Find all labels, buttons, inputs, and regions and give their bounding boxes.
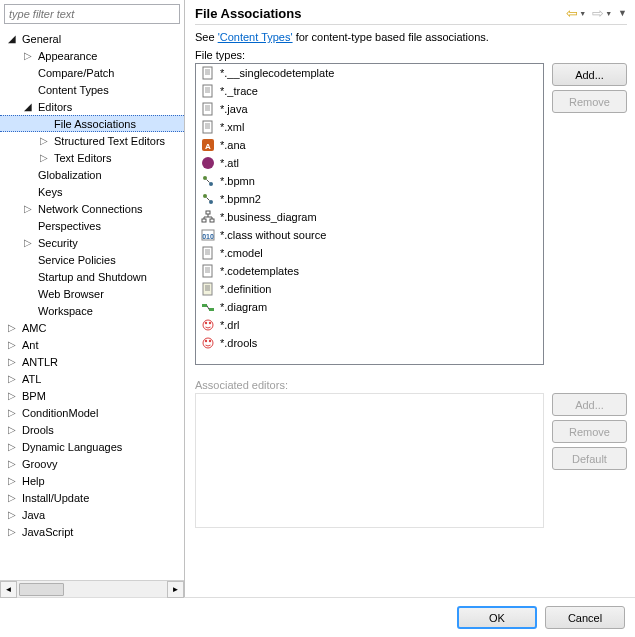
collapse-icon[interactable]: ▷ xyxy=(4,475,20,486)
svg-rect-0 xyxy=(203,67,212,79)
collapse-icon[interactable]: ▷ xyxy=(36,152,52,163)
tree-item[interactable]: ▷Install/Update xyxy=(0,489,184,506)
file-type-item[interactable]: *.java xyxy=(196,100,543,118)
tree-item[interactable]: ▷Help xyxy=(0,472,184,489)
file-type-item[interactable]: *._trace xyxy=(196,82,543,100)
add-editor-button[interactable]: Add... xyxy=(552,393,627,416)
menu-dropdown-icon[interactable]: ▼ xyxy=(618,8,627,18)
back-button[interactable]: ⇦ ▼ xyxy=(565,4,587,22)
remove-filetype-button[interactable]: Remove xyxy=(552,90,627,113)
svg-point-19 xyxy=(203,176,207,180)
tree-item[interactable]: ◢Editors xyxy=(0,98,184,115)
file-type-item[interactable]: *.bpmn xyxy=(196,172,543,190)
bpmn-file-icon xyxy=(200,173,216,189)
remove-editor-button[interactable]: Remove xyxy=(552,420,627,443)
content-types-link[interactable]: 'Content Types' xyxy=(218,31,293,43)
default-editor-button[interactable]: Default xyxy=(552,447,627,470)
tree-item[interactable]: ▷BPM xyxy=(0,387,184,404)
svg-rect-4 xyxy=(203,85,212,97)
collapse-icon[interactable]: ▷ xyxy=(4,492,20,503)
collapse-icon[interactable]: ▷ xyxy=(4,441,20,452)
file-type-item[interactable]: 010*.class without source xyxy=(196,226,543,244)
collapse-icon[interactable]: ▷ xyxy=(20,50,36,61)
forward-button[interactable]: ⇨ ▼ xyxy=(591,4,613,22)
expand-icon[interactable]: ◢ xyxy=(4,33,20,44)
tree-item[interactable]: Perspectives xyxy=(0,217,184,234)
drl-file-icon xyxy=(200,335,216,351)
tree-item[interactable]: Compare/Patch xyxy=(0,64,184,81)
tree-item[interactable]: ▷ConditionModel xyxy=(0,404,184,421)
collapse-icon[interactable]: ▷ xyxy=(20,237,36,248)
tree-item-label: Help xyxy=(20,475,45,487)
tree-item[interactable]: ▷Network Connections xyxy=(0,200,184,217)
file-type-item[interactable]: *.drl xyxy=(196,316,543,334)
tree-item[interactable]: Workspace xyxy=(0,302,184,319)
file-type-item[interactable]: *.definition xyxy=(196,280,543,298)
associated-editors-list[interactable] xyxy=(195,393,544,528)
file-type-item[interactable]: *.cmodel xyxy=(196,244,543,262)
file-type-item[interactable]: *.business_diagram xyxy=(196,208,543,226)
tree-item[interactable]: Content Types xyxy=(0,81,184,98)
collapse-icon[interactable]: ▷ xyxy=(36,135,52,146)
file-type-item[interactable]: *.atl xyxy=(196,154,543,172)
expand-icon[interactable]: ◢ xyxy=(20,101,36,112)
tree-item[interactable]: ▷Ant xyxy=(0,336,184,353)
file-type-label: *.diagram xyxy=(220,301,267,313)
tree-item[interactable]: ▷Dynamic Languages xyxy=(0,438,184,455)
collapse-icon[interactable]: ▷ xyxy=(4,509,20,520)
svg-rect-26 xyxy=(202,219,206,222)
collapse-icon[interactable]: ▷ xyxy=(20,203,36,214)
tree-item[interactable]: Globalization xyxy=(0,166,184,183)
collapse-icon[interactable]: ▷ xyxy=(4,373,20,384)
ok-button[interactable]: OK xyxy=(457,606,537,629)
cancel-button[interactable]: Cancel xyxy=(545,606,625,629)
collapse-icon[interactable]: ▷ xyxy=(4,339,20,350)
collapse-icon[interactable]: ▷ xyxy=(4,526,20,537)
scroll-right-icon[interactable]: ► xyxy=(167,581,184,598)
file-type-item[interactable]: *.bpmn2 xyxy=(196,190,543,208)
tree-item[interactable]: ▷Java xyxy=(0,506,184,523)
scroll-track[interactable] xyxy=(17,581,167,598)
file-type-item[interactable]: *.__singlecodetemplate xyxy=(196,64,543,82)
tree-item[interactable]: ◢General xyxy=(0,30,184,47)
tree-item[interactable]: ▷Security xyxy=(0,234,184,251)
file-type-label: *.ana xyxy=(220,139,246,151)
collapse-icon[interactable]: ▷ xyxy=(4,356,20,367)
collapse-icon[interactable]: ▷ xyxy=(4,424,20,435)
tree-item[interactable]: Web Browser xyxy=(0,285,184,302)
tree-item[interactable]: Service Policies xyxy=(0,251,184,268)
tree-item[interactable]: ▷Text Editors xyxy=(0,149,184,166)
add-filetype-button[interactable]: Add... xyxy=(552,63,627,86)
file-type-item[interactable]: *.codetemplates xyxy=(196,262,543,280)
tree-item[interactable]: ▷Structured Text Editors xyxy=(0,132,184,149)
tree-item[interactable]: Keys xyxy=(0,183,184,200)
tree-item[interactable]: Startup and Shutdown xyxy=(0,268,184,285)
main-panel: File Associations ⇦ ▼ ⇨ ▼ ▼ See 'Content… xyxy=(185,0,635,597)
file-type-item[interactable]: *.diagram xyxy=(196,298,543,316)
tree-item[interactable]: ▷ATL xyxy=(0,370,184,387)
tree-item[interactable]: ▷JavaScript xyxy=(0,523,184,540)
file-type-label: *.codetemplates xyxy=(220,265,299,277)
collapse-icon[interactable]: ▷ xyxy=(4,407,20,418)
scroll-thumb[interactable] xyxy=(19,583,64,596)
file-type-item[interactable]: *.drools xyxy=(196,334,543,352)
tree-item[interactable]: ▷ANTLR xyxy=(0,353,184,370)
horizontal-scrollbar[interactable]: ◄ ► xyxy=(0,580,184,597)
desc-suffix: for content-type based file associations… xyxy=(293,31,489,43)
collapse-icon[interactable]: ▷ xyxy=(4,458,20,469)
tree-item[interactable]: ▷Appearance xyxy=(0,47,184,64)
filter-text-input[interactable] xyxy=(4,4,180,24)
collapse-icon[interactable]: ▷ xyxy=(4,390,20,401)
file-type-item[interactable]: A*.ana xyxy=(196,136,543,154)
tree-item[interactable]: ▷AMC xyxy=(0,319,184,336)
tree-item[interactable]: File Associations xyxy=(0,115,184,132)
collapse-icon[interactable]: ▷ xyxy=(4,322,20,333)
file-type-label: *.java xyxy=(220,103,248,115)
tree-item[interactable]: ▷Drools xyxy=(0,421,184,438)
scroll-left-icon[interactable]: ◄ xyxy=(0,581,17,598)
file-type-item[interactable]: *.xml xyxy=(196,118,543,136)
file-types-list[interactable]: *.__singlecodetemplate*._trace*.java*.xm… xyxy=(195,63,544,365)
file-type-label: *.__singlecodetemplate xyxy=(220,67,334,79)
preferences-tree[interactable]: ◢General▷AppearanceCompare/PatchContent … xyxy=(0,28,184,580)
tree-item[interactable]: ▷Groovy xyxy=(0,455,184,472)
